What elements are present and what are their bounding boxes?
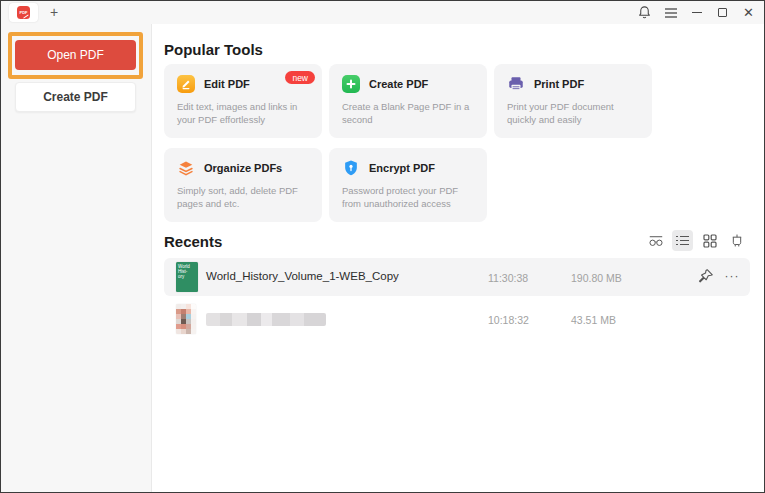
more-options-button[interactable]: ···: [721, 265, 743, 287]
tool-card-organize-pdfs[interactable]: Organize PDFs Simply sort, add, delete P…: [164, 148, 322, 222]
recents-title: Recents: [164, 233, 222, 250]
recent-file-row[interactable]: World Hist- ory World_History_Volume_1-W…: [164, 258, 750, 296]
tool-card-encrypt-pdf[interactable]: Encrypt PDF Password protect your PDF fr…: [329, 148, 487, 222]
layers-icon: [177, 159, 195, 177]
card-title: Organize PDFs: [204, 162, 282, 174]
card-description: Password protect your PDF from unauthori…: [342, 185, 474, 211]
card-description: Simply sort, add, delete PDF pages and e…: [177, 185, 309, 211]
file-size: 190.80 MB: [571, 272, 622, 284]
printer-icon: [507, 75, 525, 93]
list-view-icon[interactable]: [672, 230, 693, 251]
file-time: 11:30:38: [488, 272, 528, 284]
grid-view-icon[interactable]: [699, 230, 720, 251]
close-button[interactable]: ✕: [741, 5, 756, 20]
recent-file-row[interactable]: 10:18:32 43.51 MB: [164, 300, 750, 338]
minimize-button[interactable]: [689, 5, 704, 20]
notification-bell-icon[interactable]: [637, 5, 652, 20]
tool-card-create-pdf[interactable]: Create PDF Create a Blank Page PDF in a …: [329, 64, 487, 138]
card-title: Create PDF: [369, 78, 428, 90]
app-window: PDF + ✕ Open PDF Create PDF Popular Tool…: [0, 0, 765, 493]
app-tab[interactable]: PDF: [9, 3, 38, 22]
card-description: Edit text, images and links in your PDF …: [177, 101, 309, 127]
tool-card-edit-pdf[interactable]: new Edit PDF Edit text, images and links…: [164, 64, 322, 138]
card-description: Print your PDF document quickly and easi…: [507, 101, 639, 127]
file-size: 43.51 MB: [571, 314, 616, 326]
plus-icon: [342, 75, 360, 93]
reading-glasses-icon[interactable]: [645, 230, 666, 251]
file-time: 10:18:32: [488, 314, 529, 326]
file-name: World_History_Volume_1-WEB_Copy: [206, 270, 399, 282]
popular-tools-title: Popular Tools: [164, 41, 263, 58]
edit-pen-icon: [177, 75, 195, 93]
recents-toolbar: [645, 230, 747, 251]
file-thumbnail: World Hist- ory: [176, 262, 198, 292]
card-title: Print PDF: [534, 78, 584, 90]
titlebar: PDF + ✕: [1, 1, 764, 24]
maximize-button[interactable]: [715, 5, 730, 20]
card-title: Edit PDF: [204, 78, 250, 90]
app-icon-label: PDF: [20, 10, 28, 15]
pin-icon[interactable]: [697, 268, 715, 286]
new-badge: new: [285, 71, 315, 84]
updf-app-icon: PDF: [17, 6, 30, 19]
hamburger-menu-icon[interactable]: [663, 5, 678, 20]
sidebar: Open PDF Create PDF: [1, 24, 152, 493]
new-tab-button[interactable]: +: [45, 4, 63, 22]
create-pdf-button[interactable]: Create PDF: [15, 82, 136, 112]
card-title: Encrypt PDF: [369, 162, 435, 174]
file-name-redacted: [206, 313, 326, 326]
open-pdf-button[interactable]: Open PDF: [15, 40, 136, 70]
card-description: Create a Blank Page PDF in a second: [342, 101, 474, 127]
tool-card-print-pdf[interactable]: Print PDF Print your PDF document quickl…: [494, 64, 652, 138]
file-thumbnail: [176, 304, 196, 334]
shield-key-icon: [342, 159, 360, 177]
clear-recents-icon[interactable]: [726, 230, 747, 251]
